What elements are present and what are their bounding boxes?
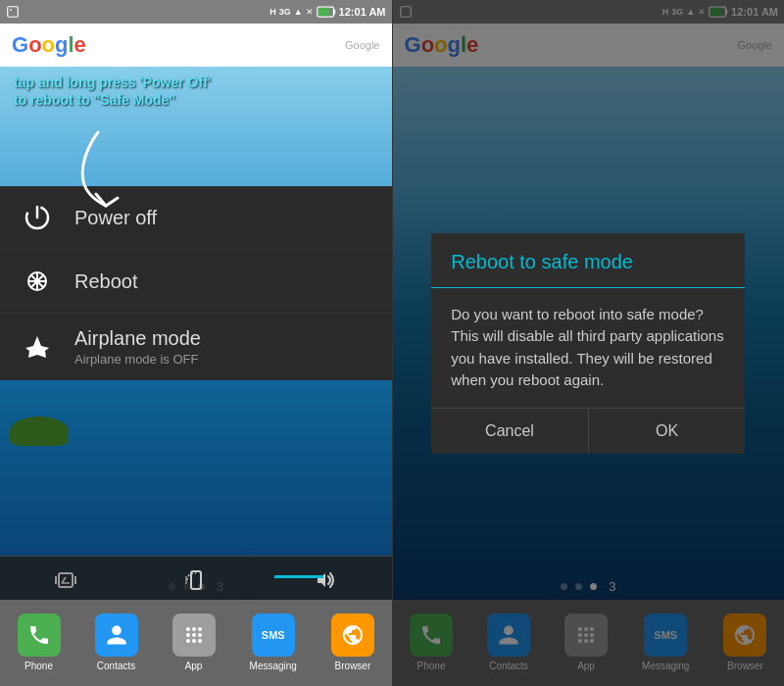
google-bar-left: Google Google — [0, 24, 392, 67]
arrow-indicator — [69, 127, 147, 220]
svg-rect-4 — [318, 8, 329, 16]
airplane-label: Airplane mode — [74, 327, 201, 350]
battery-icon — [317, 6, 336, 18]
messaging-dock-icon: SMS — [252, 613, 295, 657]
contacts-dock-icon — [95, 613, 138, 657]
status-right-icons: H 3G ▲ ✕ 12:01 AM — [270, 6, 385, 18]
svg-point-24 — [192, 627, 196, 631]
status-bar-left: H 3G ▲ ✕ 12:01 AM — [0, 0, 392, 24]
browser-dock-icon — [331, 613, 374, 657]
power-off-icon — [20, 200, 55, 235]
status-time-left: 12:01 AM — [339, 6, 386, 18]
svg-rect-3 — [333, 10, 335, 15]
dock-messaging-left[interactable]: SMS Messaging — [250, 613, 297, 671]
island-decoration — [10, 416, 69, 446]
airplane-text-group: Airplane mode Airplane mode is OFF — [74, 327, 201, 367]
menu-item-airplane[interactable]: Airplane mode Airplane mode is OFF — [0, 314, 392, 380]
left-panel: H 3G ▲ ✕ 12:01 AM Google Google tap and … — [0, 0, 392, 686]
dialog-buttons: Cancel OK — [431, 408, 745, 454]
browser-dock-label: Browser — [335, 661, 371, 671]
svg-rect-18 — [59, 573, 73, 587]
svg-point-23 — [186, 627, 190, 631]
google-logo-left: Google — [12, 32, 86, 58]
reboot-icon — [20, 264, 55, 299]
signal-x: ✕ — [306, 7, 314, 17]
svg-point-29 — [186, 639, 190, 643]
google-small-left: Google — [345, 39, 379, 51]
svg-point-27 — [192, 633, 196, 637]
dialog-title: Reboot to safe mode — [431, 233, 745, 288]
safe-mode-dialog: Reboot to safe mode Do you want to reboo… — [431, 233, 745, 454]
dock-app-left[interactable]: App — [172, 613, 216, 671]
quick-settings-left — [0, 556, 392, 600]
svg-rect-0 — [8, 7, 19, 18]
svg-point-31 — [198, 639, 202, 643]
qs-rotate[interactable] — [184, 568, 208, 592]
messaging-dock-label: Messaging — [250, 661, 297, 671]
arrow-svg — [69, 127, 147, 216]
svg-point-30 — [192, 639, 196, 643]
phone-dock-icon — [18, 613, 61, 657]
dock-phone-left[interactable]: Phone — [18, 613, 61, 671]
menu-item-power-off[interactable]: Power off — [0, 186, 392, 250]
dock-left: Phone Contacts App SMS Messaging Browser — [0, 600, 392, 686]
network-3g: 3G — [279, 7, 291, 17]
phone-dock-label: Phone — [24, 661, 53, 671]
qs-volume[interactable] — [315, 568, 338, 592]
dock-contacts-left[interactable]: Contacts — [95, 613, 138, 671]
reboot-label: Reboot — [74, 270, 138, 293]
power-menu: Power off Reboot — [0, 186, 392, 380]
svg-point-26 — [186, 633, 190, 637]
menu-item-reboot[interactable]: Reboot — [0, 250, 392, 314]
app-dock-label: App — [185, 661, 203, 671]
contacts-dock-label: Contacts — [97, 661, 135, 671]
svg-line-19 — [62, 577, 66, 583]
dialog-overlay: Reboot to safe mode Do you want to reboo… — [393, 0, 785, 686]
ok-button[interactable]: OK — [589, 409, 746, 454]
signal-bars: ▲ — [294, 7, 303, 17]
qs-vibrate[interactable] — [54, 568, 77, 592]
svg-point-28 — [198, 633, 202, 637]
svg-point-1 — [10, 9, 12, 11]
annotation-text: tap and long press 'Power Off' to reboot… — [14, 74, 211, 109]
photo-icon — [6, 5, 20, 19]
volume-active-indicator — [274, 575, 323, 578]
network-icon-h: H — [270, 7, 276, 17]
status-left-icons — [6, 5, 20, 19]
right-panel: H 3G ▲ ✕ 12:01 AM Google Google Reboot t… — [393, 0, 785, 686]
dialog-body: Do you want to reboot into safe mode? Th… — [431, 288, 745, 408]
dock-browser-left[interactable]: Browser — [331, 613, 374, 671]
airplane-sublabel: Airplane mode is OFF — [74, 352, 201, 367]
app-dock-icon — [172, 613, 216, 657]
svg-point-25 — [198, 627, 202, 631]
cancel-button[interactable]: Cancel — [431, 409, 589, 454]
airplane-icon — [20, 329, 55, 365]
